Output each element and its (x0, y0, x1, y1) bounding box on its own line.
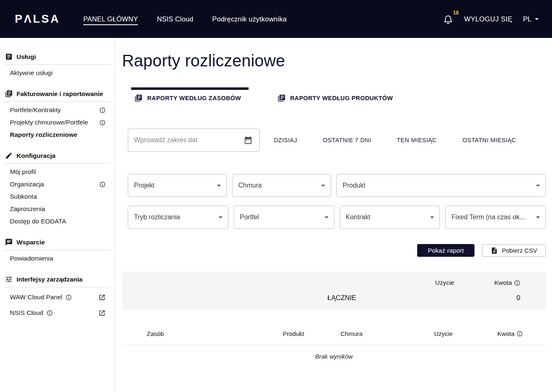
summary-table: Użycie Kwota ŁĄCZNIE 0 (122, 272, 546, 310)
info-icon[interactable] (47, 310, 53, 316)
report-tabs: RAPORTY WEDŁUG ZASOBÓW RAPORTY WEDŁUG PR… (131, 87, 546, 108)
sidebar-item-organizacja[interactable]: Organizacja (0, 178, 115, 190)
sidebar-item-nsis-cloud[interactable]: NSIS Cloud (0, 305, 115, 321)
quick-range-ten-miesiac[interactable]: TEN MIESIĄC (397, 137, 437, 143)
col-produkt: Produkt (283, 330, 341, 337)
tab-label: RAPORTY WEDŁUG ZASOBÓW (147, 95, 241, 101)
download-csv-label: Pobierz CSV (502, 247, 537, 254)
section-title: Interfejsy zarządzania (16, 276, 82, 283)
section-title: Fakturowanie i raportowanie (16, 90, 103, 98)
chevron-down-icon (322, 212, 331, 222)
empty-results-message: Brak wyników (122, 345, 546, 367)
sidebar-item-waw-cloud-panel[interactable]: WAW Cloud Panel (0, 289, 115, 305)
summary-header-row: Użycie Kwota (122, 272, 546, 289)
notifications-bell-button[interactable]: 18 (443, 14, 453, 24)
quick-range-ostatnie-7-dni[interactable]: OSTATNIE 7 DNI (323, 137, 371, 143)
calendar-icon (244, 136, 253, 145)
article-icon (5, 53, 13, 61)
chevron-down-icon (533, 181, 543, 190)
nav-nsis-cloud[interactable]: NSIS Cloud (157, 14, 193, 25)
file-icon (491, 247, 498, 254)
sidebar-item-powiadomienia[interactable]: Powiadomienia (0, 252, 115, 265)
select-fixed-term[interactable]: Fixed Term (na czas ok... (445, 206, 546, 229)
summary-total-label: ŁĄCZNIE (122, 294, 384, 302)
sidebar-item-raporty-rozliczeniowe[interactable]: Raporty rozliczeniowe (0, 129, 115, 141)
info-icon[interactable] (66, 294, 72, 300)
sidebar-section-header-uslugi: Usługi (4, 49, 110, 65)
sidebar-section-uslugi: Usługi Aktywne usługi (0, 49, 115, 79)
col-kwota: Kwota (497, 330, 514, 337)
info-icon[interactable] (99, 181, 106, 188)
results-table: Zasób Produkt Chmura Użycie Kwota Brak w… (122, 322, 546, 367)
sidebar-item-zaproszenia[interactable]: Zaproszenia (0, 203, 115, 215)
select-produkt[interactable]: Produkt (336, 174, 546, 197)
sidebar-item-subkonta[interactable]: Subkonta (0, 190, 115, 203)
sidebar-section-interfejsy: Interfejsy zarządzania WAW Cloud Panel N… (0, 271, 115, 321)
summary-amount-header: Kwota (494, 279, 512, 286)
sidebar-section-fakturowanie: Fakturowanie i raportowanie Portfele/Kon… (0, 86, 115, 141)
quick-range-buttons: DZISIAJ OSTATNIE 7 DNI TEN MIESIĄC OSTAT… (260, 137, 546, 143)
main-content: Raporty rozliczeniowe RAPORTY WEDŁUG ZAS… (115, 38, 552, 392)
external-link-icon[interactable] (99, 310, 106, 317)
select-portfel[interactable]: Portfel (234, 206, 334, 229)
chevron-down-icon (533, 212, 543, 222)
chat-icon (5, 238, 13, 246)
download-csv-button[interactable]: Pobierz CSV (482, 244, 546, 257)
quick-range-ostatni-miesiac[interactable]: OSTATNI MIESIĄC (463, 137, 516, 143)
sidebar-section-wsparcie: Wsparcie Powiadomienia (0, 234, 115, 265)
library-books-icon (134, 94, 143, 102)
section-title: Konfiguracja (16, 152, 56, 160)
tab-label: RAPORTY WEDŁUG PRODUKTÓW (290, 95, 393, 101)
sidebar-section-header-konfiguracja: Konfiguracja (4, 148, 110, 164)
calendar-button[interactable] (242, 134, 254, 146)
sidebar-section-header-fakturowanie: Fakturowanie i raportowanie (4, 86, 110, 102)
date-range-field (128, 129, 260, 152)
logout-button[interactable]: WYLOGUJ SIĘ (464, 15, 512, 23)
nav-user-manual[interactable]: Podręcznik użytkownika (212, 14, 287, 25)
sidebar-section-header-interfejsy: Interfejsy zarządzania (4, 271, 110, 287)
chevron-down-icon (214, 181, 224, 190)
tune-icon (5, 275, 13, 283)
col-chmura: Chmura (341, 330, 383, 337)
select-projekt[interactable]: Projekt (128, 174, 227, 197)
library-books-icon (277, 94, 286, 102)
chevron-down-icon (318, 181, 328, 190)
info-icon[interactable] (514, 280, 520, 286)
page-title: Raporty rozliczeniowe (122, 52, 546, 70)
top-bar: PΛLSA PANEL GŁÓWNY NSIS Cloud Podręcznik… (0, 0, 552, 38)
date-filter-row: DZISIAJ OSTATNIE 7 DNI TEN MIESIĄC OSTAT… (128, 129, 546, 152)
summary-total-amount: 0 (454, 294, 520, 302)
select-kontrakt[interactable]: Kontrakt (340, 206, 440, 229)
top-navigation: PANEL GŁÓWNY NSIS Cloud Podręcznik użytk… (83, 14, 287, 25)
sidebar-section-konfiguracja: Konfiguracja Mój profil Organizacja Subk… (0, 148, 115, 228)
library-books-icon (5, 90, 13, 98)
info-icon[interactable] (517, 331, 523, 337)
chevron-down-icon (532, 14, 541, 23)
tab-raporty-wedlug-produktow[interactable]: RAPORTY WEDŁUG PRODUKTÓW (274, 87, 400, 108)
quick-range-dzisiaj[interactable]: DZISIAJ (274, 137, 297, 143)
info-icon[interactable] (99, 120, 106, 126)
section-title: Usługi (16, 53, 36, 61)
sidebar-item-projekty-chmurowe[interactable]: Projekty chmurowe/Portfele (0, 116, 115, 129)
summary-total-row: ŁĄCZNIE 0 (122, 289, 546, 310)
sidebar-item-moj-profil[interactable]: Mój profil (0, 166, 115, 178)
select-tryb-rozliczania[interactable]: Tryb rozliczania (128, 206, 228, 229)
nav-panel-glowny[interactable]: PANEL GŁÓWNY (83, 14, 138, 25)
language-selector[interactable]: PL (523, 14, 541, 23)
sidebar-section-header-wsparcie: Wsparcie (4, 234, 110, 250)
sidebar-item-portfele-kontrakty[interactable]: Portfele/Kontrakty (0, 104, 115, 116)
tab-raporty-wedlug-zasobow[interactable]: RAPORTY WEDŁUG ZASOBÓW (131, 87, 249, 108)
sidebar-item-dostep-do-eodata[interactable]: Dostęp do EODATA (0, 215, 115, 228)
polsa-logo[interactable]: PΛLSA (15, 13, 60, 26)
language-label: PL (523, 15, 531, 23)
date-range-input[interactable] (134, 136, 242, 144)
info-icon[interactable] (99, 107, 106, 113)
select-chmura[interactable]: Chmura (232, 174, 331, 197)
sidebar: Usługi Aktywne usługi Fakturowanie i rap… (0, 38, 115, 392)
action-buttons: Pokaż raport Pobierz CSV (122, 244, 546, 257)
sidebar-item-aktywne-uslugi[interactable]: Aktywne usługi (0, 67, 115, 79)
show-report-button[interactable]: Pokaż raport (417, 244, 474, 257)
chevron-down-icon (427, 212, 437, 222)
external-link-icon[interactable] (99, 294, 106, 301)
summary-usage-header: Użycie (384, 279, 454, 286)
